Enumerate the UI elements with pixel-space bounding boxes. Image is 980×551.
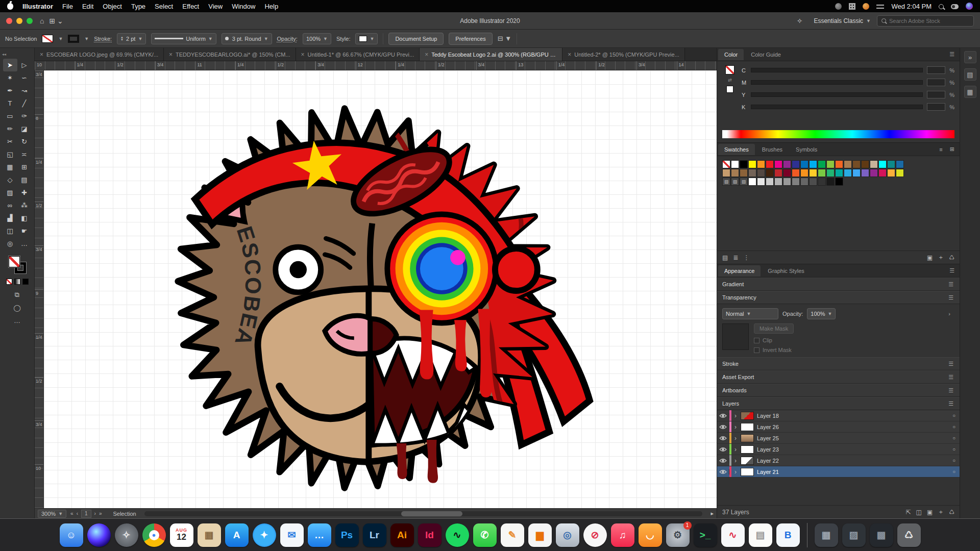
swatch[interactable] bbox=[818, 178, 826, 186]
color-group-icon[interactable]: ▧ bbox=[731, 178, 739, 186]
dock-stats[interactable]: ▆ bbox=[528, 523, 552, 547]
swatch[interactable] bbox=[809, 178, 817, 186]
search-input[interactable] bbox=[889, 18, 969, 24]
artboard-tool[interactable]: ◧ bbox=[17, 212, 32, 224]
swatch[interactable] bbox=[826, 160, 835, 168]
layer-thumbnail[interactable] bbox=[741, 434, 754, 442]
layer-name[interactable]: Layer 23 bbox=[757, 446, 948, 453]
clip-checkbox[interactable]: Clip bbox=[754, 337, 772, 343]
dock-facetime[interactable]: ✆ bbox=[473, 523, 497, 547]
expand-chevron-icon[interactable]: › bbox=[731, 468, 740, 475]
dock-lightroom[interactable]: Lr bbox=[363, 523, 386, 547]
dock-terminal[interactable]: >_ bbox=[694, 523, 717, 547]
swatch[interactable] bbox=[887, 169, 895, 177]
dock-voice-memos[interactable]: ∿ bbox=[721, 523, 745, 547]
layer-target-icon[interactable]: ○ bbox=[948, 435, 960, 441]
home-icon[interactable]: ⌂ bbox=[40, 17, 44, 25]
layer-target-icon[interactable]: ○ bbox=[948, 469, 960, 474]
swatch-libraries-icon[interactable]: ▤ bbox=[722, 254, 728, 261]
shape-builder-tool[interactable]: ⊞ bbox=[17, 161, 32, 173]
layer-name[interactable]: Layer 21 bbox=[757, 469, 948, 475]
swatch[interactable] bbox=[740, 160, 748, 168]
active-color-none[interactable] bbox=[725, 65, 734, 74]
dock-mail[interactable]: ✉ bbox=[280, 523, 304, 547]
align-options-icon[interactable]: ⊟ ▼ bbox=[498, 35, 511, 42]
zoom-window-button[interactable] bbox=[27, 18, 33, 24]
dock-app-store[interactable]: A bbox=[225, 523, 249, 547]
swap-colors-icon[interactable]: ⇄ bbox=[728, 78, 732, 83]
swatch[interactable] bbox=[818, 169, 826, 177]
tab-graphic-styles[interactable]: Graphic Styles bbox=[762, 265, 811, 277]
color-value-input[interactable] bbox=[927, 66, 945, 74]
swatch[interactable] bbox=[766, 169, 774, 177]
fill-color-chip[interactable] bbox=[42, 35, 53, 43]
swatch[interactable] bbox=[826, 169, 835, 177]
shaper-tool[interactable]: ◪ bbox=[17, 122, 32, 135]
visibility-eye-icon[interactable] bbox=[717, 469, 729, 474]
tab-close-icon[interactable]: × bbox=[568, 51, 571, 58]
layer-name[interactable]: Layer 26 bbox=[757, 424, 948, 430]
layer-thumbnail[interactable] bbox=[741, 423, 754, 431]
swatch[interactable] bbox=[870, 160, 878, 168]
new-sublayer-icon[interactable]: ▣ bbox=[927, 509, 933, 516]
swatch[interactable] bbox=[861, 169, 869, 177]
swatch[interactable] bbox=[896, 169, 904, 177]
menu-help[interactable]: Help bbox=[264, 3, 278, 10]
hand-tool[interactable]: ☛ bbox=[17, 224, 32, 237]
swatch[interactable] bbox=[774, 178, 782, 186]
artboards-panel-header[interactable]: Artboards ☰ bbox=[717, 384, 960, 397]
swatch[interactable] bbox=[766, 160, 774, 168]
tab-color-guide[interactable]: Color Guide bbox=[745, 49, 787, 60]
dock-system-preferences[interactable]: ⚙1 bbox=[666, 523, 690, 547]
rotate-tool[interactable]: ↻ bbox=[17, 135, 32, 148]
dock-trash[interactable]: ♺ bbox=[897, 523, 921, 547]
tool-menu-tool[interactable]: … bbox=[17, 237, 32, 250]
swatch[interactable] bbox=[792, 169, 800, 177]
dock-spotify[interactable]: ∿ bbox=[446, 523, 469, 547]
first-artboard-icon[interactable]: « bbox=[70, 511, 74, 516]
horizontal-ruler[interactable]: 101/41/23/4111/41/23/4121/41/23/4131/41/… bbox=[35, 61, 717, 70]
swatch[interactable] bbox=[818, 160, 826, 168]
expand-chevron-icon[interactable]: › bbox=[731, 457, 740, 464]
dock-pages[interactable]: ✎ bbox=[501, 523, 524, 547]
document-tab[interactable]: ×TEDDYESCOBEARLOGO.ai* @ 150% (CM... bbox=[164, 48, 296, 61]
layer-target-icon[interactable]: ○ bbox=[948, 446, 960, 452]
new-color-group-icon[interactable]: ▣ bbox=[927, 254, 933, 261]
mesh-tool[interactable]: ▤ bbox=[17, 173, 32, 186]
horizontal-scrollbar[interactable] bbox=[144, 511, 703, 516]
slice-tool[interactable]: ◫ bbox=[3, 224, 17, 237]
panel-menu-icon[interactable]: ☰ bbox=[948, 281, 954, 288]
swatch[interactable] bbox=[809, 169, 817, 177]
document-tab[interactable]: ×Untitled-1* @ 66.67% (CMYK/GPU Previ... bbox=[296, 48, 420, 61]
swatch[interactable] bbox=[800, 160, 808, 168]
swatch[interactable] bbox=[722, 169, 730, 177]
swatch[interactable] bbox=[748, 169, 756, 177]
make-mask-icon[interactable]: ◫ bbox=[916, 509, 922, 516]
document-setup-button[interactable]: Document Setup bbox=[388, 33, 444, 45]
layers-panel-header[interactable]: Layers ☰ bbox=[717, 397, 960, 410]
minimize-window-button[interactable] bbox=[16, 18, 22, 24]
scissors-tool[interactable]: ✂ bbox=[3, 135, 17, 148]
menu-edit[interactable]: Edit bbox=[82, 3, 93, 10]
panel-menu-icon[interactable]: ☰ bbox=[949, 267, 959, 274]
dock-music[interactable]: ♫ bbox=[611, 523, 634, 547]
stroke-panel-header[interactable]: Stroke ☰ bbox=[717, 357, 960, 370]
magic-wand-tool[interactable]: ✶ bbox=[3, 71, 17, 84]
variable-width-profile-select[interactable]: Uniform ▼ bbox=[151, 33, 216, 44]
style-select[interactable]: ▼ bbox=[355, 33, 378, 44]
transparency-panel-header[interactable]: Transparency ☰ bbox=[717, 291, 960, 304]
expand-chevron-icon[interactable]: › bbox=[731, 446, 740, 453]
zoom-tool[interactable]: ◎ bbox=[3, 237, 17, 250]
collapse-toolbar-icon[interactable]: ◂◂ bbox=[0, 52, 8, 59]
lasso-tool[interactable]: ∽ bbox=[17, 71, 32, 84]
swatch[interactable] bbox=[835, 160, 843, 168]
scrollbar-thumb[interactable] bbox=[401, 511, 462, 516]
close-window-button[interactable] bbox=[6, 18, 12, 24]
tab-color[interactable]: Color bbox=[718, 49, 744, 60]
dock-siri[interactable] bbox=[87, 523, 111, 547]
swatch[interactable] bbox=[757, 169, 765, 177]
layer-row[interactable]: ›Layer 18○ bbox=[717, 410, 960, 421]
siri-icon[interactable] bbox=[966, 3, 973, 10]
tab-appearance[interactable]: Appearance bbox=[718, 265, 761, 277]
stock-search[interactable] bbox=[877, 15, 974, 27]
